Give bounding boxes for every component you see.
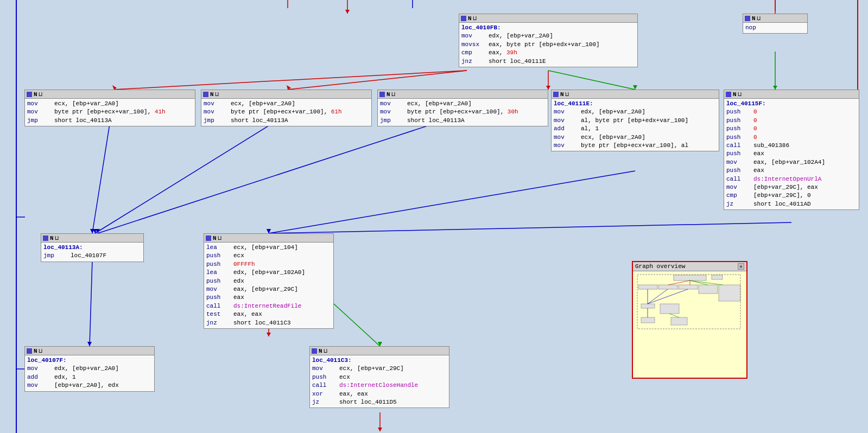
svg-marker-23 <box>267 229 271 233</box>
node-internetread-header: N ⊔ <box>204 234 333 243</box>
svg-marker-7 <box>112 85 117 90</box>
svg-rect-46 <box>641 304 655 308</box>
svg-rect-42 <box>658 285 677 289</box>
node-icon: N ⊔ <box>461 15 477 22</box>
svg-marker-27 <box>378 342 382 346</box>
svg-marker-29 <box>87 342 92 346</box>
node-40107f[interactable]: N ⊔ loc_40107F: movedx, [ebp+var_2A0] ad… <box>24 346 155 392</box>
svg-line-59 <box>669 314 679 317</box>
svg-line-26 <box>334 304 380 346</box>
svg-line-56 <box>648 289 668 304</box>
node-40115f[interactable]: N ⊔ loc_40115F: push0 push0 push0 push0 … <box>724 90 859 210</box>
svg-rect-49 <box>671 317 687 325</box>
node-4010fb-body: loc_4010FB: movedx, [ebp+var_2A0] movsxe… <box>459 23 637 67</box>
node-40111e-header: N ⊔ <box>552 90 719 99</box>
svg-line-16 <box>95 114 288 233</box>
node-40111e[interactable]: N ⊔ loc_40111E: movedx, [ebp+var_2A0] mo… <box>551 90 719 151</box>
svg-marker-9 <box>633 85 637 90</box>
node-40113a[interactable]: N ⊔ loc_40113A: jmploc_40107F <box>41 233 144 262</box>
node-4010fb-header: N ⊔ <box>459 14 637 23</box>
svg-marker-12 <box>773 86 777 90</box>
svg-rect-43 <box>679 285 698 289</box>
svg-line-18 <box>98 114 464 233</box>
graph-overview-content <box>633 271 746 376</box>
svg-line-51 <box>668 281 690 285</box>
node-30h-header: N ⊔ <box>378 90 548 99</box>
node-4011c3-header: N ⊔ <box>310 347 449 355</box>
graph-overview-svg <box>636 274 744 374</box>
svg-marker-34 <box>378 428 382 431</box>
node-40115f-header: N ⊔ <box>724 90 859 99</box>
node-nop-icon: N ⊔ <box>745 15 761 22</box>
node-internetread[interactable]: N ⊔ leaecx, [ebp+var_104] pushecx push0F… <box>204 233 334 329</box>
node-4011c3[interactable]: N ⊔ loc_4011C3: movecx, [ebp+var_29C] pu… <box>309 346 449 408</box>
node-41h-header: N ⊔ <box>25 90 195 99</box>
svg-marker-25 <box>267 333 271 336</box>
svg-marker-1 <box>345 10 350 14</box>
svg-marker-3 <box>546 86 550 90</box>
svg-rect-48 <box>641 317 655 323</box>
svg-marker-5 <box>287 85 291 90</box>
svg-line-6 <box>114 71 467 90</box>
svg-rect-45 <box>719 285 740 301</box>
node-61h-header: N ⊔ <box>201 90 371 99</box>
node-61h[interactable]: N ⊔ movecx, [ebp+var_2A0] movbyte ptr [e… <box>201 90 372 126</box>
graph-overview-close-button[interactable]: ✕ <box>738 263 744 270</box>
svg-marker-21 <box>267 229 271 233</box>
graph-overview-header: Graph overview ✕ <box>633 262 746 271</box>
svg-marker-17 <box>93 229 97 233</box>
svg-line-57 <box>648 289 688 304</box>
node-nop-body: nop <box>743 23 807 33</box>
svg-line-20 <box>269 171 635 233</box>
node-41h[interactable]: N ⊔ movecx, [ebp+var_2A0] movbyte ptr [e… <box>24 90 195 126</box>
svg-line-28 <box>90 260 92 346</box>
node-40107f-header: N ⊔ <box>25 347 154 355</box>
svg-rect-40 <box>712 275 723 279</box>
svg-rect-39 <box>674 275 706 281</box>
graph-overview-panel[interactable]: Graph overview ✕ <box>632 261 747 379</box>
graph-canvas: N ⊔ loc_4010FB: movedx, [ebp+var_2A0] mo… <box>0 0 868 433</box>
node-40113a-header: N ⊔ <box>41 234 143 243</box>
node-nop[interactable]: N ⊔ nop <box>743 14 808 34</box>
graph-overview-title: Graph overview <box>635 263 685 270</box>
svg-line-14 <box>92 114 111 233</box>
svg-line-22 <box>269 222 791 233</box>
svg-line-54 <box>690 281 723 285</box>
svg-marker-15 <box>90 229 94 233</box>
svg-rect-41 <box>638 285 657 289</box>
node-30h[interactable]: N ⊔ movecx, [ebp+var_2A0] movbyte ptr [e… <box>377 90 548 126</box>
svg-rect-47 <box>660 304 679 314</box>
svg-rect-44 <box>699 285 718 294</box>
svg-marker-19 <box>96 229 100 233</box>
node-nop-header: N ⊔ <box>743 14 807 23</box>
svg-line-4 <box>288 71 467 90</box>
svg-line-8 <box>548 71 635 90</box>
node-4010fb[interactable]: N ⊔ loc_4010FB: movedx, [ebp+var_2A0] mo… <box>459 14 638 67</box>
